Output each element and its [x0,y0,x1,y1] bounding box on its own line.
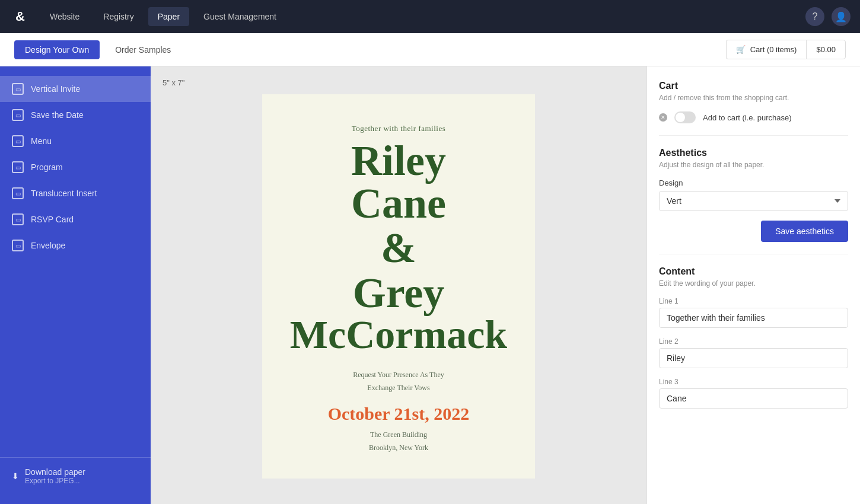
sidebar-item-label: Menu [31,136,52,146]
nav-registry[interactable]: Registry [94,7,143,26]
rsvp-card-icon: ▭ [12,213,24,225]
header-right: 🛒 Cart (0 items) $0.00 [726,40,846,59]
order-samples-button[interactable]: Order Samples [104,40,181,59]
invitation-name2: Cane [351,182,446,225]
invitation-line1: Together with their families [352,124,446,133]
cart-price[interactable]: $0.00 [806,40,846,59]
line1-input[interactable] [659,308,848,328]
translucent-insert-icon: ▭ [12,187,24,199]
add-to-cart-toggle[interactable] [674,111,696,123]
nav-right: ? 👤 [805,7,851,26]
download-sublabel: Export to JPEG... [25,477,85,485]
line3-input[interactable] [659,388,848,409]
sidebar-item-label: Save the Date [31,110,84,120]
logo[interactable]: & [9,6,31,27]
line2-label: Line 2 [659,337,848,346]
content-section-sub: Edit the wording of your paper. [659,279,848,288]
design-select[interactable]: Vert Horizontal Classic [659,191,848,211]
invitation-name1: Riley [351,139,446,182]
line1-label: Line 1 [659,297,848,305]
download-paper-button[interactable]: ⬇ Download paper Export to JPEG... [12,467,139,485]
right-panel: Cart Add / remove this from the shopping… [646,66,860,504]
content-section-title: Content [659,266,848,277]
invitation-date: October 21st, 2022 [328,404,470,424]
invitation-name3: Grey [353,272,445,314]
sidebar-item-vertical-invite[interactable]: ▭ Vertical Invite [0,76,151,102]
user-avatar[interactable]: 👤 [832,7,851,26]
aesthetics-section-title: Aesthetics [659,148,848,158]
invitation-ampersand: & [381,225,416,272]
download-label: Download paper [25,467,85,477]
canvas-area: 5" x 7" Together with their families Ril… [151,66,646,504]
save-aesthetics-button[interactable]: Save aesthetics [761,221,848,242]
sidebar-item-label: Envelope [31,241,65,250]
header-bar: Design Your Own Order Samples 🛒 Cart (0 … [0,33,860,66]
sidebar-item-label: Translucent Insert [31,189,97,198]
sidebar-item-label: Program [31,162,63,172]
design-label: Design [659,178,848,187]
invitation-card: Together with their families Riley Cane … [262,94,535,479]
sidebar-item-envelope[interactable]: ▭ Envelope [0,232,151,259]
program-icon: ▭ [12,161,24,173]
canvas-size-label: 5" x 7" [163,78,184,87]
download-icon: ⬇ [12,471,19,481]
sidebar-item-program[interactable]: ▭ Program [0,154,151,180]
save-date-icon: ▭ [12,109,24,121]
sidebar-item-translucent-insert[interactable]: ▭ Translucent Insert [0,180,151,206]
sidebar-item-label: Vertical Invite [31,84,80,94]
design-your-own-button[interactable]: Design Your Own [14,40,100,59]
help-icon[interactable]: ? [805,7,824,26]
cart-icon: 🛒 [736,45,746,54]
sidebar-item-menu[interactable]: ▭ Menu [0,128,151,154]
cart-toggle-row: ✕ Add to cart (i.e. purchase) [659,111,848,123]
line3-label: Line 3 [659,378,848,386]
divider-2 [659,254,848,254]
envelope-icon: ▭ [12,240,24,251]
menu-icon: ▭ [12,135,24,147]
invitation-name4: McCormack [290,314,507,355]
line2-input[interactable] [659,348,848,368]
nav-paper[interactable]: Paper [148,7,189,26]
cart-label: Cart (0 items) [750,45,797,54]
toggle-label: Add to cart (i.e. purchase) [703,113,792,122]
sidebar-item-rsvp-card[interactable]: ▭ RSVP Card [0,206,151,232]
top-nav: & Website Registry Paper Guest Managemen… [0,0,860,33]
invitation-venue: The Green Building Brooklyn, New York [369,429,428,454]
sidebar: ▭ Vertical Invite ▭ Save the Date ▭ Menu… [0,66,151,504]
sidebar-item-label: RSVP Card [31,215,74,224]
divider-1 [659,135,848,136]
cart-section-sub: Add / remove this from the shopping cart… [659,94,848,102]
sidebar-bottom: ⬇ Download paper Export to JPEG... [0,457,151,495]
nav-guest-management[interactable]: Guest Management [194,7,286,26]
vertical-invite-icon: ▭ [12,83,24,95]
main-layout: ▭ Vertical Invite ▭ Save the Date ▭ Menu… [0,66,860,504]
sidebar-item-save-date[interactable]: ▭ Save the Date [0,102,151,128]
cart-button[interactable]: 🛒 Cart (0 items) [726,40,807,59]
aesthetics-section-sub: Adjust the design of all the paper. [659,161,848,169]
nav-website[interactable]: Website [40,7,89,26]
toggle-x-icon: ✕ [659,113,667,122]
cart-section-title: Cart [659,81,848,91]
invitation-request: Request Your Presence As They Exchange T… [353,369,444,394]
